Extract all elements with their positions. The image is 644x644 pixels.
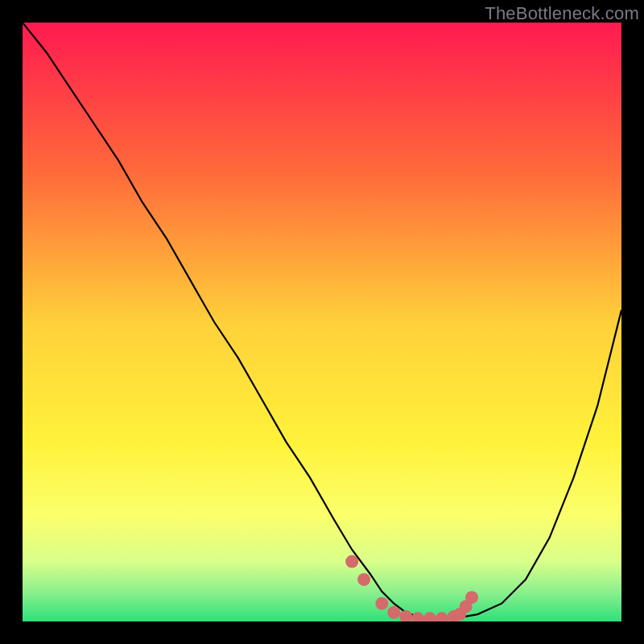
highlight-dot (375, 597, 388, 610)
chart-stage: TheBottleneck.com (0, 0, 644, 644)
plot-background (23, 23, 621, 621)
chart-frame (23, 23, 621, 621)
highlight-dot (465, 591, 478, 604)
highlight-dot (357, 573, 370, 586)
highlight-dot (345, 555, 358, 568)
chart-svg (23, 23, 621, 621)
highlight-dot (387, 606, 400, 619)
watermark-text: TheBottleneck.com (485, 3, 639, 24)
